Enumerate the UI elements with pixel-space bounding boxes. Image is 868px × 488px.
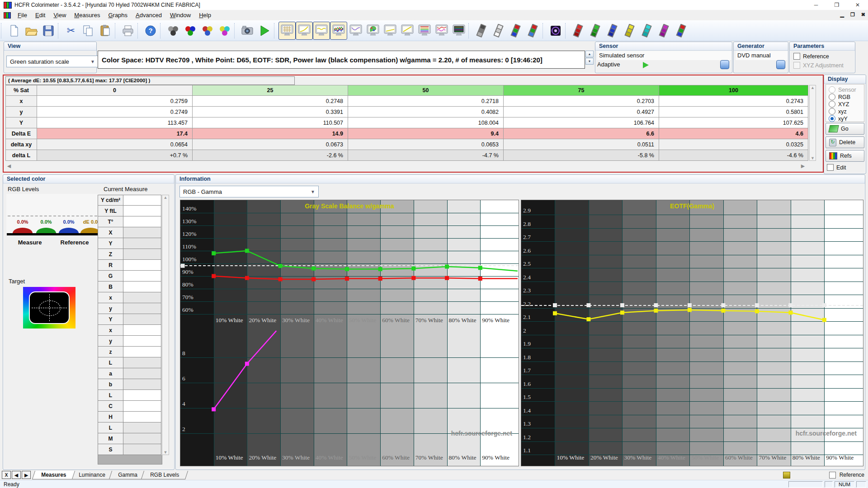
measure-row-value[interactable] xyxy=(123,282,161,292)
edit-checkbox[interactable] xyxy=(827,164,834,171)
view-measures-grid-button[interactable] xyxy=(278,22,296,40)
measure-cyan-saturation-button[interactable] xyxy=(638,22,656,40)
rgb-balls-button[interactable] xyxy=(182,22,199,40)
measure-green-saturation-button[interactable] xyxy=(587,22,604,40)
sat-cell-x-75[interactable]: 0.2703 xyxy=(504,96,659,107)
measure-row-value[interactable] xyxy=(123,412,161,422)
sat-cell-Delta-E-0[interactable]: 17.4 xyxy=(37,128,193,139)
table-vscrollbar[interactable]: ▲▼ xyxy=(809,85,816,161)
display-radio-XYZ[interactable]: XYZ xyxy=(829,101,849,108)
sensor-config-icon[interactable] xyxy=(720,60,729,69)
print-button[interactable] xyxy=(119,22,137,40)
view-luminance-curve-button[interactable] xyxy=(347,22,364,40)
sat-column-header[interactable]: 50 xyxy=(348,85,504,96)
reference-checkbox[interactable] xyxy=(829,472,836,479)
sat-cell-delta-L-75[interactable]: -5.8 % xyxy=(504,150,659,161)
sat-cell-Delta-E-25[interactable]: 14.9 xyxy=(193,128,348,139)
tab-close-button[interactable]: X xyxy=(2,471,11,479)
close-button[interactable]: ✕ xyxy=(847,0,868,10)
measure-row-value[interactable] xyxy=(123,325,161,336)
sat-cell-Delta-E-100[interactable]: 4.6 xyxy=(659,128,808,139)
measure-row-value[interactable] xyxy=(123,314,161,325)
display-radio-xyY[interactable]: xyY xyxy=(829,115,848,122)
sat-cell-x-50[interactable]: 0.2718 xyxy=(348,96,504,107)
measure-red-saturation-button[interactable] xyxy=(570,22,587,40)
sat-cell-delta-L-25[interactable]: -2.6 % xyxy=(193,150,348,161)
sat-cell-delta-xy-50[interactable]: 0.0653 xyxy=(348,139,504,150)
measure-table-scrollbar[interactable]: ▲▼ xyxy=(162,195,169,455)
measure-row-value[interactable] xyxy=(123,433,161,444)
measure-grayscale-button[interactable] xyxy=(473,22,490,40)
sat-column-header[interactable]: 100 xyxy=(659,85,808,96)
scroll-right-icon[interactable]: ▶ xyxy=(799,163,807,169)
edit-checkbox-row[interactable]: Edit xyxy=(827,164,846,171)
view-nearblack-curve-button[interactable] xyxy=(313,22,330,40)
sat-cell-Y-25[interactable]: 110.507 xyxy=(193,117,348,128)
view-rgb-balance-button[interactable] xyxy=(330,22,347,40)
measure-row-value[interactable] xyxy=(123,336,161,347)
sat-cell-x-0[interactable]: 0.2759 xyxy=(37,96,193,107)
new-file-button[interactable] xyxy=(5,22,23,40)
measure-row-value[interactable] xyxy=(123,401,161,412)
measure-row-value[interactable] xyxy=(123,368,161,379)
xyY-radio[interactable] xyxy=(829,115,835,122)
free-measure-button[interactable] xyxy=(547,22,564,40)
about-help-button[interactable]: ? xyxy=(142,22,159,40)
display-radio-xyz[interactable]: xyz xyxy=(829,108,847,115)
sat-column-header[interactable]: 0 xyxy=(37,85,193,96)
sat-cell-Delta-E-50[interactable]: 9.4 xyxy=(348,128,504,139)
generator-config-icon[interactable] xyxy=(776,60,785,69)
mdi-minimize-icon[interactable]: ▁ xyxy=(840,12,844,18)
display-radio-RGB[interactable]: RGB xyxy=(829,94,850,100)
measure-row-value[interactable] xyxy=(123,216,161,227)
refs-button[interactable]: Refs xyxy=(826,150,864,162)
sat-cell-delta-L-50[interactable]: -4.7 % xyxy=(348,150,504,161)
sat-cell-delta-xy-0[interactable]: 0.0654 xyxy=(37,139,193,150)
menu-advanced[interactable]: Advanced xyxy=(132,10,166,20)
menu-view[interactable]: View xyxy=(49,10,70,20)
sat-cell-x-100[interactable]: 0.2743 xyxy=(659,96,808,107)
color-balls-2-button[interactable] xyxy=(216,22,233,40)
sat-cell-delta-L-0[interactable]: +0.7 % xyxy=(37,150,193,161)
measure-all-saturations-button[interactable] xyxy=(673,22,690,40)
sensor-balls-gray-button[interactable] xyxy=(165,22,182,40)
view-gamma2-button[interactable] xyxy=(382,22,399,40)
color-balls-1-button[interactable] xyxy=(199,22,216,40)
measure-row-value[interactable] xyxy=(123,444,161,455)
measure-row-value[interactable] xyxy=(123,422,161,433)
reference-checkbox[interactable] xyxy=(793,53,800,60)
sat-cell-Y-100[interactable]: 107.625 xyxy=(659,117,808,128)
sat-cell-Y-75[interactable]: 106.764 xyxy=(504,117,659,128)
parameter-reference[interactable]: Reference xyxy=(793,53,829,60)
measure-row-value[interactable] xyxy=(123,347,161,357)
camera-button[interactable] xyxy=(239,22,256,40)
menu-measures[interactable]: Measures xyxy=(70,10,104,20)
measure-secondaries-button[interactable] xyxy=(524,22,542,40)
sat-cell-Y-50[interactable]: 108.004 xyxy=(348,117,504,128)
measure-row-value[interactable] xyxy=(123,379,161,390)
measure-row-value[interactable] xyxy=(123,357,161,368)
tab-next-button[interactable]: ▶ xyxy=(22,471,31,479)
sat-cell-delta-xy-25[interactable]: 0.0673 xyxy=(193,139,348,150)
view-rgb-levels-button[interactable] xyxy=(416,22,433,40)
measure-row-value[interactable] xyxy=(123,238,161,249)
info-spin-up-button[interactable]: ▲ xyxy=(585,51,594,57)
sat-column-header[interactable]: 75 xyxy=(504,85,659,96)
tab-luminance[interactable]: Luminance xyxy=(70,471,114,479)
measure-row-value[interactable] xyxy=(123,195,161,206)
measure-row-value[interactable] xyxy=(123,390,161,401)
tab-prev-button[interactable]: ◀ xyxy=(12,471,21,479)
delete-button[interactable]: ↻ Delete xyxy=(826,136,864,148)
info-spin-down-button[interactable]: ▼ xyxy=(585,58,594,65)
restore-button[interactable]: ❐ xyxy=(826,0,847,10)
view-cie-diagram-button[interactable] xyxy=(364,22,382,40)
measure-row-value[interactable] xyxy=(123,292,161,303)
menu-file[interactable]: File xyxy=(14,10,31,20)
sat-cell-y-50[interactable]: 0.4082 xyxy=(348,107,504,117)
measure-row-value[interactable] xyxy=(123,271,161,282)
information-selector[interactable]: RGB - Gamma ▼ xyxy=(179,186,319,197)
sensor-run-icon[interactable] xyxy=(643,62,649,68)
copy-button[interactable] xyxy=(80,22,97,40)
sat-cell-x-25[interactable]: 0.2748 xyxy=(193,96,348,107)
save-file-button[interactable] xyxy=(40,22,57,40)
